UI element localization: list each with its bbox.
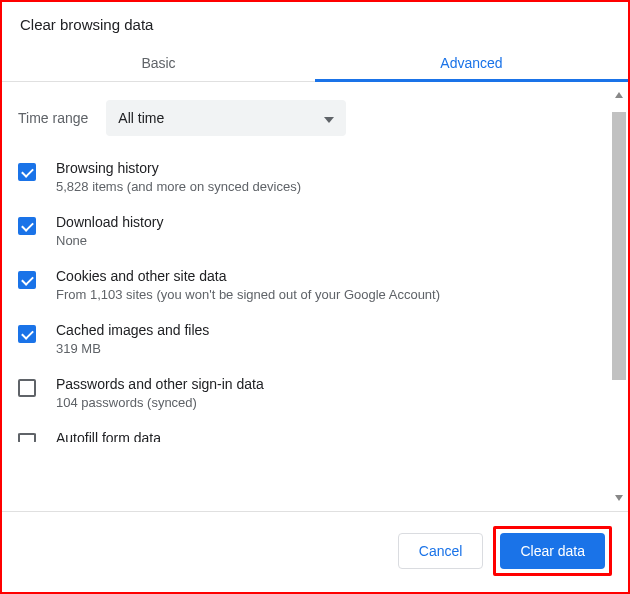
tabs-bar: Basic Advanced bbox=[2, 43, 628, 82]
option-title: Cached images and files bbox=[56, 322, 209, 338]
checkbox-cookies[interactable] bbox=[18, 271, 36, 289]
time-range-dropdown[interactable]: All time bbox=[106, 100, 346, 136]
checkbox-passwords[interactable] bbox=[18, 379, 36, 397]
time-range-label: Time range bbox=[18, 110, 88, 126]
scrollbar[interactable] bbox=[612, 86, 626, 507]
scroll-up-icon[interactable] bbox=[612, 88, 626, 102]
option-subtitle: 319 MB bbox=[56, 341, 209, 356]
checkbox-browsing-history[interactable] bbox=[18, 163, 36, 181]
checkbox-autofill[interactable] bbox=[18, 433, 36, 442]
highlight-annotation: Clear data bbox=[493, 526, 612, 576]
clear-data-button[interactable]: Clear data bbox=[500, 533, 605, 569]
scrollbar-thumb[interactable] bbox=[612, 112, 626, 380]
tab-advanced[interactable]: Advanced bbox=[315, 43, 628, 81]
tab-basic[interactable]: Basic bbox=[2, 43, 315, 81]
time-range-selected: All time bbox=[118, 110, 164, 126]
option-autofill: Autofill form data bbox=[18, 420, 612, 442]
option-download-history: Download history None bbox=[18, 204, 612, 258]
option-title: Browsing history bbox=[56, 160, 301, 176]
dialog-footer: Cancel Clear data bbox=[2, 511, 628, 592]
scroll-area: Time range All time Browsing history 5,8… bbox=[2, 82, 628, 511]
option-subtitle: From 1,103 sites (you won't be signed ou… bbox=[56, 287, 440, 302]
option-passwords: Passwords and other sign-in data 104 pas… bbox=[18, 366, 612, 420]
option-subtitle: 104 passwords (synced) bbox=[56, 395, 264, 410]
clear-browsing-data-dialog: Clear browsing data Basic Advanced Time … bbox=[0, 0, 630, 594]
scroll-content: Time range All time Browsing history 5,8… bbox=[2, 82, 628, 511]
option-cookies: Cookies and other site data From 1,103 s… bbox=[18, 258, 612, 312]
scroll-down-icon[interactable] bbox=[612, 491, 626, 505]
cancel-button[interactable]: Cancel bbox=[398, 533, 484, 569]
option-subtitle: None bbox=[56, 233, 163, 248]
option-subtitle: 5,828 items (and more on synced devices) bbox=[56, 179, 301, 194]
checkbox-download-history[interactable] bbox=[18, 217, 36, 235]
time-range-row: Time range All time bbox=[18, 82, 612, 150]
option-title: Passwords and other sign-in data bbox=[56, 376, 264, 392]
chevron-down-icon bbox=[324, 110, 334, 126]
checkbox-cached[interactable] bbox=[18, 325, 36, 343]
option-title: Cookies and other site data bbox=[56, 268, 440, 284]
option-cached: Cached images and files 319 MB bbox=[18, 312, 612, 366]
option-title: Autofill form data bbox=[56, 430, 161, 442]
option-browsing-history: Browsing history 5,828 items (and more o… bbox=[18, 150, 612, 204]
dialog-title: Clear browsing data bbox=[2, 2, 628, 43]
option-title: Download history bbox=[56, 214, 163, 230]
